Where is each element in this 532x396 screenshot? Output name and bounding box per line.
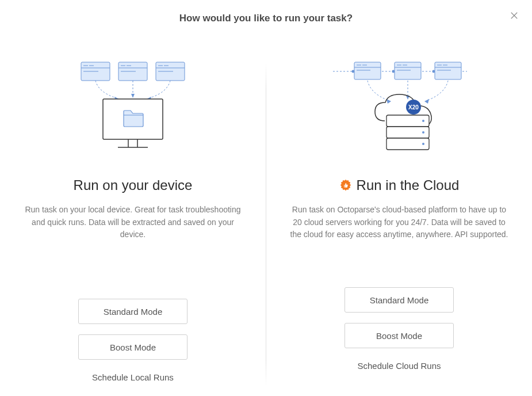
button-label: Standard Mode <box>104 307 163 317</box>
local-boost-button[interactable]: Boost Mode <box>78 334 187 360</box>
local-title: Run on your device <box>74 177 193 193</box>
button-label: Standard Mode <box>370 295 429 305</box>
cloud-illustration: X20 <box>330 58 468 155</box>
close-button[interactable] <box>509 10 519 21</box>
local-description: Run task on your local device. Great for… <box>23 204 243 241</box>
close-icon <box>509 10 519 21</box>
svg-point-54 <box>422 131 424 134</box>
cloud-description: Run task on Octoparse's cloud-based plat… <box>289 204 509 241</box>
svg-point-53 <box>422 120 424 122</box>
option-cloud: X20 Run in <box>266 58 532 396</box>
local-title-row: Run on your device <box>74 177 193 193</box>
local-standard-button[interactable]: Standard Mode <box>78 299 187 324</box>
button-label: Boost Mode <box>376 331 422 341</box>
link-label: Schedule Cloud Runs <box>357 361 441 371</box>
svg-point-55 <box>422 143 424 145</box>
dialog-header: How would you like to run your task? <box>0 0 532 24</box>
options-container: Run on your device Run task on your loca… <box>0 58 532 396</box>
svg-marker-46 <box>386 99 391 104</box>
button-label: Boost Mode <box>110 342 156 352</box>
dialog-title: How would you like to run your task? <box>0 13 532 24</box>
svg-marker-48 <box>424 99 429 104</box>
option-local: Run on your device Run task on your loca… <box>0 58 266 396</box>
svg-marker-18 <box>131 94 135 98</box>
cloud-multiplier-badge: X20 <box>408 104 419 111</box>
local-buttons: Standard Mode Boost Mode Schedule Local … <box>23 299 243 382</box>
link-label: Schedule Local Runs <box>92 372 174 382</box>
cloud-boost-button[interactable]: Boost Mode <box>345 323 454 348</box>
cloud-title: Run in the Cloud <box>357 177 460 193</box>
cloud-schedule-link[interactable]: Schedule Cloud Runs <box>357 361 441 371</box>
local-illustration <box>75 58 190 155</box>
thumbs-up-badge-icon <box>339 179 352 192</box>
local-schedule-link[interactable]: Schedule Local Runs <box>92 372 174 382</box>
cloud-standard-button[interactable]: Standard Mode <box>345 287 454 313</box>
cloud-buttons: Standard Mode Boost Mode Schedule Cloud … <box>289 287 509 371</box>
cloud-title-row: Run in the Cloud <box>339 177 460 193</box>
